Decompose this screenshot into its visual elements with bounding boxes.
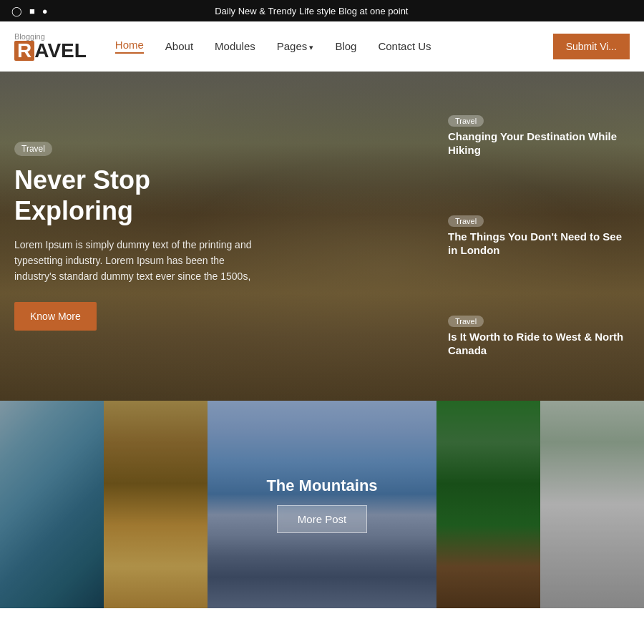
featured-label: The Mountains xyxy=(266,477,377,495)
article-3-title: Is It Worth to Ride to West & North Cana… xyxy=(448,330,633,358)
twitter-icon[interactable]: ● xyxy=(42,6,48,16)
navbar: Blogging R AVEL Home About Modules Pages… xyxy=(0,21,644,72)
hero-title: Never Stop Exploring xyxy=(14,165,258,226)
more-post-button[interactable]: More Post xyxy=(277,505,367,533)
hero-article-3: Travel Is It Worth to Ride to West & Nor… xyxy=(448,316,633,358)
gallery-forest-overlay xyxy=(436,401,540,608)
logo-avel: AVEL xyxy=(34,41,87,61)
gallery-waterfall-overlay xyxy=(0,401,104,608)
top-bar-message: Daily New & Trendy Life style Blog at on… xyxy=(48,6,575,16)
gallery-forest[interactable] xyxy=(436,401,540,608)
article-3-tag: Travel xyxy=(448,316,484,327)
featured-content: The Mountains More Post xyxy=(208,401,436,608)
nav-contact[interactable]: Contact Us xyxy=(378,40,431,52)
hero-section: Travel Never Stop Exploring Lorem Ipsum … xyxy=(0,72,644,401)
nav-about[interactable]: About xyxy=(165,40,193,52)
gallery-waterfall[interactable] xyxy=(0,401,104,608)
top-bar: ◯ ■ ● Daily New & Trendy Life style Blog… xyxy=(0,0,644,21)
hero-articles: Travel Changing Your Destination While H… xyxy=(436,72,644,401)
nav-home[interactable]: Home xyxy=(115,39,144,54)
gallery-cruise-overlay xyxy=(540,401,644,608)
hero-article-1: Travel Changing Your Destination While H… xyxy=(448,115,633,157)
social-icons[interactable]: ◯ ■ ● xyxy=(11,6,48,16)
logo[interactable]: Blogging R AVEL xyxy=(14,32,87,61)
hero-content: Travel Never Stop Exploring Lorem Ipsum … xyxy=(0,72,272,401)
hero-tag: Travel xyxy=(14,142,52,156)
article-2-title: The Things You Don't Need to See in Lond… xyxy=(448,230,633,258)
logo-r: R xyxy=(14,41,34,61)
hero-description: Lorem Ipsum is simply dummy text of the … xyxy=(14,237,258,285)
nav-links: Home About Modules Pages Blog Contact Us xyxy=(115,39,553,54)
article-2-tag: Travel xyxy=(448,215,484,227)
instagram-icon[interactable]: ◯ xyxy=(11,6,22,16)
gallery-strip: The Mountains More Post xyxy=(0,401,644,608)
logo-travel: R AVEL xyxy=(14,41,87,61)
know-more-button[interactable]: Know More xyxy=(14,302,97,331)
hero-article-2: Travel The Things You Don't Need to See … xyxy=(448,215,633,258)
article-1-tag: Travel xyxy=(448,115,484,127)
gallery-city[interactable] xyxy=(104,401,208,608)
snapchat-icon[interactable]: ■ xyxy=(29,6,35,16)
article-1-title: Changing Your Destination While Hiking xyxy=(448,130,633,157)
submit-video-button[interactable]: Submit Vi... xyxy=(553,34,630,59)
gallery-mountains[interactable]: The Mountains More Post xyxy=(208,401,436,608)
nav-modules[interactable]: Modules xyxy=(215,40,255,52)
gallery-city-overlay xyxy=(104,401,208,608)
nav-pages[interactable]: Pages xyxy=(277,40,314,52)
nav-blog[interactable]: Blog xyxy=(335,40,356,52)
gallery-cruise[interactable] xyxy=(540,401,644,608)
